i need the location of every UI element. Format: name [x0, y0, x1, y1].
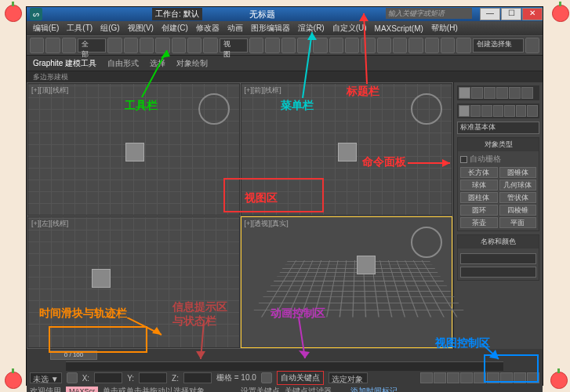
undo-button[interactable]	[30, 38, 44, 53]
object-front[interactable]	[338, 143, 357, 162]
cameras-cat[interactable]	[493, 105, 504, 117]
viewport-front[interactable]: [+][前][线框]	[241, 83, 453, 216]
workspace-label[interactable]: 工作台: 默认	[152, 8, 202, 20]
vp-label-top[interactable]: [+][顶][线框]	[31, 85, 68, 96]
rotate-button[interactable]	[187, 38, 201, 53]
geometry-cat[interactable]	[459, 105, 470, 117]
utilities-tab[interactable]	[521, 87, 533, 99]
rollout-objtype[interactable]: 对象类型	[458, 138, 539, 151]
named-selection-set[interactable]: 创建选择集	[473, 38, 524, 53]
next-frame[interactable]	[460, 372, 473, 383]
object-top[interactable]	[125, 143, 144, 162]
obj-sphere[interactable]: 球体	[460, 180, 498, 191]
ribbon-sub[interactable]: 多边形建模	[27, 71, 543, 82]
obj-teapot[interactable]: 茶壶	[460, 217, 498, 228]
color-swatch[interactable]	[460, 267, 536, 278]
ref-coord[interactable]: 视图	[220, 38, 248, 53]
ribbon-tab-freeform[interactable]: 自由形式	[107, 58, 139, 69]
autokey-button[interactable]: 自动关键点	[277, 371, 324, 385]
zoom-view[interactable]	[500, 372, 513, 383]
snap-button[interactable]	[265, 38, 279, 53]
close-button[interactable]: ✕	[522, 8, 543, 20]
object-persp[interactable]	[357, 256, 376, 274]
category-dropdown[interactable]: 标准基本体	[457, 122, 539, 134]
prev-frame[interactable]	[434, 372, 446, 383]
curve-editor-button[interactable]	[393, 38, 407, 53]
lights-cat[interactable]	[481, 105, 492, 117]
goto-start[interactable]	[420, 372, 433, 383]
percent-snap-button[interactable]	[297, 38, 311, 53]
obj-cone[interactable]: 圆锥体	[499, 167, 537, 178]
viewport-left[interactable]: [+][左][线框]	[27, 216, 240, 349]
viewcube-persp[interactable]	[411, 227, 442, 258]
menu-help[interactable]: 帮助(H)	[428, 21, 461, 35]
vp-label-left[interactable]: [+][左][线框]	[31, 219, 68, 229]
vp-label-persp[interactable]: [+][透视][真实]	[245, 219, 289, 229]
space-cat[interactable]	[516, 105, 527, 117]
helpers-cat[interactable]	[504, 105, 515, 117]
obj-tube[interactable]: 管状体	[499, 192, 537, 203]
named-sel-button[interactable]	[329, 38, 343, 53]
key-button[interactable]	[261, 372, 272, 383]
rollout-namecolor[interactable]: 名称和颜色	[458, 235, 539, 249]
menu-edit[interactable]: 编辑(E)	[30, 21, 62, 35]
x-field[interactable]	[94, 372, 122, 383]
viewport-perspective[interactable]: [+][透视][真实]	[241, 216, 453, 349]
z-field[interactable]	[183, 372, 212, 383]
obj-plane[interactable]: 平面	[499, 217, 537, 228]
ribbon-tab-select[interactable]: 选择	[150, 58, 165, 69]
viewcube-front[interactable]	[411, 93, 442, 125]
timemark-button[interactable]: 设置关键点	[241, 386, 280, 392]
systems-cat[interactable]	[527, 105, 538, 117]
maximize-button[interactable]: ☐	[501, 8, 521, 20]
render-frame-button[interactable]	[456, 38, 470, 53]
frame-indicator[interactable]: 0 / 100	[50, 350, 97, 360]
align-button[interactable]	[361, 38, 375, 53]
rect-select-button[interactable]	[140, 38, 154, 53]
orbit-view[interactable]	[514, 372, 526, 383]
max-view[interactable]	[527, 372, 539, 383]
pan-view[interactable]	[487, 372, 499, 383]
play-button[interactable]	[447, 372, 459, 383]
selection-status[interactable]: 未选 ▼	[30, 372, 62, 383]
object-left[interactable]	[92, 269, 111, 288]
obj-torus[interactable]: 圆环	[460, 205, 498, 216]
angle-snap-button[interactable]	[281, 38, 296, 53]
minimize-button[interactable]: —	[480, 8, 500, 20]
selection-filter[interactable]: 全部	[78, 38, 106, 53]
menu-modifiers[interactable]: 修改器	[193, 21, 223, 35]
keyfilter-button[interactable]: 关键点过滤器...	[285, 386, 338, 392]
scale-button[interactable]	[203, 38, 217, 53]
menu-animation[interactable]: 动画	[224, 21, 246, 35]
select-name-button[interactable]	[124, 38, 138, 53]
shapes-cat[interactable]	[470, 105, 481, 117]
ribbon-tab-paint[interactable]: 对象绘制	[176, 58, 208, 69]
menu-tools[interactable]: 工具(T)	[64, 21, 96, 35]
vp-label-front[interactable]: [+][前][线框]	[245, 85, 281, 96]
menu-graph[interactable]: 图形编辑器	[248, 21, 293, 35]
window-crossing-button[interactable]	[155, 38, 169, 53]
menu-maxscript[interactable]: MAXScript(M)	[372, 23, 427, 34]
obj-cylinder[interactable]: 圆柱体	[460, 192, 498, 203]
menu-render[interactable]: 渲染(R)	[295, 21, 328, 35]
obj-pyramid[interactable]: 四棱锥	[499, 205, 537, 216]
render-button[interactable]	[525, 38, 539, 53]
keymode-dropdown[interactable]: 选定对象	[329, 372, 368, 383]
display-tab[interactable]	[509, 87, 521, 99]
redo-button[interactable]	[45, 38, 60, 53]
obj-geosphere[interactable]: 几何球体	[499, 180, 537, 191]
addtime-link[interactable]: 添加时间标记	[350, 386, 398, 392]
obj-box[interactable]: 长方体	[460, 167, 498, 178]
menu-custom[interactable]: 自定义(U)	[329, 21, 370, 35]
modify-tab[interactable]	[471, 87, 483, 99]
menu-create[interactable]: 创建(C)	[158, 21, 191, 35]
pivot-button[interactable]	[249, 38, 263, 53]
hierarchy-tab[interactable]	[484, 87, 496, 99]
lock-button[interactable]	[67, 372, 78, 383]
menu-group[interactable]: 组(G)	[97, 21, 122, 35]
create-tab[interactable]	[459, 87, 470, 99]
y-field[interactable]	[139, 372, 167, 383]
layers-button[interactable]	[377, 38, 391, 53]
time-slider[interactable]: 0 / 100	[27, 349, 543, 361]
schematic-button[interactable]	[408, 38, 423, 53]
